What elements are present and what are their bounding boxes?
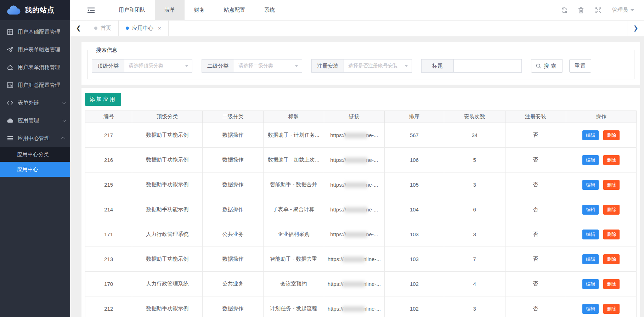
sidebar-menu: 用户基础配置管理 用户表单赠送管理 用户表单消耗管理 用户汇总配置管理 表单外链 — [0, 20, 70, 177]
edit-button[interactable]: 编辑 — [582, 304, 599, 314]
cell-actions: 编辑 删除 — [566, 296, 636, 317]
delete-button[interactable]: 删除 — [603, 254, 620, 264]
link-suffix: nline-... — [363, 306, 381, 312]
expand-icon[interactable] — [595, 7, 601, 13]
sidebar-subitem-label: 应用中心 — [17, 166, 38, 173]
filter-top-category: 顶级分类 请选择顶级分类 — [92, 59, 192, 73]
search-button-label: 搜索 — [544, 63, 558, 69]
sidebar-item-app-management[interactable]: 应用管理 — [0, 112, 70, 129]
page-tab-app-center[interactable]: 应用中心 × — [119, 21, 169, 36]
delete-button[interactable]: 删除 — [603, 205, 620, 215]
delete-button[interactable]: 删除 — [603, 180, 620, 190]
top-tab-label: 财务 — [194, 7, 205, 13]
cell-register: 否 — [505, 123, 566, 148]
edit-button[interactable]: 编辑 — [582, 180, 599, 190]
col-header-link: 链接 — [324, 111, 384, 123]
tabs-scroll-left-button[interactable]: ❮ — [70, 21, 87, 36]
link-prefix: https:// — [328, 281, 344, 287]
send-icon — [6, 46, 13, 53]
cell-register: 否 — [505, 222, 566, 247]
search-icon — [536, 63, 541, 69]
top-tab-site-config[interactable]: 站点配置 — [214, 0, 255, 20]
cell-title: 计划任务 - 发起流程 — [263, 296, 324, 317]
cell-installs: 6 — [444, 197, 505, 222]
tab-dot-icon — [94, 27, 97, 30]
register-install-select[interactable]: 选择是否注册账号安装 — [344, 59, 412, 73]
sidebar-item-label: 表单外链 — [18, 100, 39, 106]
table-row: 212 数据助手功能示例 数据操作 计划任务 - 发起流程 https://nl… — [85, 296, 637, 317]
delete-button[interactable]: 删除 — [603, 130, 620, 140]
cell-sort: 567 — [384, 123, 444, 148]
delete-button[interactable]: 删除 — [603, 279, 620, 289]
page-tab-home[interactable]: 首页 — [87, 21, 119, 36]
sub-category-select[interactable]: 请选择二级分类 — [234, 59, 302, 73]
page-tab-label: 首页 — [101, 25, 111, 32]
chevron-down-icon — [295, 65, 298, 67]
sidebar-item-user-base-config[interactable]: 用户基础配置管理 — [0, 23, 70, 41]
title-input[interactable] — [454, 59, 522, 73]
topbar-actions: 管理员 — [561, 7, 644, 13]
cell-id: 214 — [85, 197, 132, 222]
edit-button[interactable]: 编辑 — [582, 230, 599, 239]
reset-button[interactable]: 重置 — [569, 59, 591, 73]
sidebar-item-user-form-consume[interactable]: 用户表单消耗管理 — [0, 58, 70, 76]
filter-title: 标题 — [421, 59, 522, 73]
delete-button[interactable]: 删除 — [603, 230, 620, 239]
edit-button[interactable]: 编辑 — [582, 155, 599, 165]
tabs-scroll-right-button[interactable]: ❯ — [627, 21, 644, 36]
filter-label: 注册安装 — [311, 59, 344, 73]
logo-bar: 我的站点 — [0, 0, 70, 20]
sidebar-item-user-summary-config[interactable]: 用户汇总配置管理 — [0, 76, 70, 94]
edit-button[interactable]: 编辑 — [582, 279, 599, 289]
cell-register: 否 — [505, 148, 566, 172]
close-icon[interactable]: × — [158, 25, 161, 31]
sidebar-item-user-form-gift[interactable]: 用户表单赠送管理 — [0, 41, 70, 58]
sidebar-subitem-app-center-category[interactable]: 应用中心分类 — [0, 147, 70, 162]
table-card: 添加应用 编号 顶级分类 二级分类 标题 链接 排序 安装次数 注册安装 — [81, 88, 640, 317]
sidebar-subitem-app-center[interactable]: 应用中心 — [0, 162, 70, 177]
cell-top-category: 数据助手功能示例 — [132, 247, 203, 272]
delete-button[interactable]: 删除 — [603, 304, 620, 314]
building-icon — [6, 29, 13, 35]
cell-id: 171 — [85, 222, 132, 247]
chevron-down-icon — [62, 118, 66, 122]
top-tab-users-teams[interactable]: 用户和团队 — [109, 0, 155, 20]
collapse-sidebar-icon[interactable] — [87, 7, 95, 13]
sidebar-item-app-center-management[interactable]: 应用中心管理 — [0, 129, 70, 147]
cell-sub-category: 数据操作 — [203, 296, 263, 317]
cell-sub-category: 数据操作 — [203, 197, 263, 222]
add-app-button[interactable]: 添加应用 — [85, 93, 121, 106]
link-prefix: https:// — [328, 256, 344, 262]
cell-top-category: 人力行政管理系统 — [132, 222, 203, 247]
chevron-down-icon — [185, 65, 188, 67]
edit-button[interactable]: 编辑 — [582, 254, 599, 264]
sidebar-item-form-external-link[interactable]: 表单外链 — [0, 94, 70, 112]
top-tab-system[interactable]: 系统 — [255, 0, 284, 20]
top-category-select[interactable]: 请选择顶级分类 — [124, 59, 192, 73]
cell-top-category: 数据助手功能示例 — [132, 296, 203, 317]
edit-button[interactable]: 编辑 — [582, 205, 599, 215]
cell-title: 数据助手 - 加载上次... — [263, 148, 324, 172]
user-menu[interactable]: 管理员 — [612, 7, 634, 13]
trash-icon[interactable] — [578, 7, 584, 13]
cell-title: 子表单 - 聚合计算 — [263, 197, 324, 222]
top-tab-finance[interactable]: 财务 — [185, 0, 214, 20]
delete-button[interactable]: 删除 — [603, 155, 620, 165]
cell-id: 212 — [85, 296, 132, 317]
page-tab-strip: ❮ 首页 应用中心 × ❯ — [70, 20, 644, 36]
refresh-icon[interactable] — [561, 7, 567, 13]
search-card: 搜索信息 顶级分类 请选择顶级分类 二级分类 请选择二级分类 — [81, 42, 640, 85]
edit-button[interactable]: 编辑 — [582, 130, 599, 140]
top-tab-forms[interactable]: 表单 — [155, 0, 185, 20]
redacted-blur — [345, 232, 367, 237]
cell-link: https://ne-... — [324, 148, 384, 172]
redacted-blur — [342, 282, 365, 287]
filter-label: 标题 — [421, 59, 454, 73]
link-suffix: nline-... — [363, 281, 381, 287]
link-prefix: https:// — [330, 231, 346, 237]
cell-id: 217 — [85, 123, 132, 148]
search-legend: 搜索信息 — [94, 47, 119, 53]
search-button[interactable]: 搜索 — [531, 59, 563, 73]
cell-title: 数据助手 - 计划任务... — [263, 123, 324, 148]
chevron-down-icon — [405, 65, 408, 67]
